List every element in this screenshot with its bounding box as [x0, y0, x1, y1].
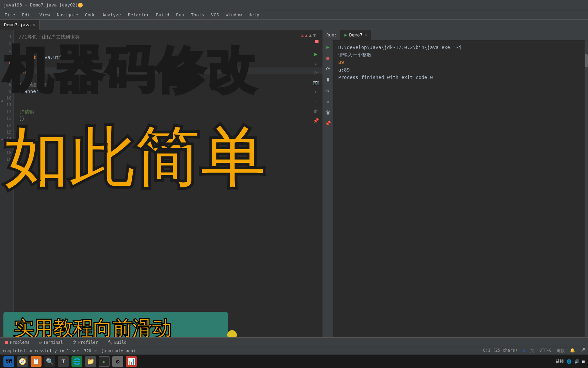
text-icon: T [62, 358, 65, 365]
run-toolbar: ▶ ■ ⟳ ⏸ ⚙ ↕ 🗑 📌 [323, 40, 333, 337]
code-line-11 [19, 102, 317, 108]
taskbar-app-maps[interactable]: 🗺 [3, 356, 14, 367]
tab-build[interactable]: 🔨 Build [103, 338, 131, 347]
run-settings-button[interactable]: ⚙ [324, 87, 332, 95]
taskbar-app-office[interactable]: 📁 [85, 356, 96, 367]
line-numbers: 1 2 3 4 5 6 7 8 9 10 11 12 13 14 15 16 1… [0, 30, 14, 337]
main-layout: ⚠ 2 ▲ ▼ 1 2 3 4 5 6 7 8 9 10 11 12 13 [0, 30, 588, 337]
menu-view[interactable]: View [37, 12, 53, 18]
menu-help[interactable]: Help [246, 12, 262, 18]
mic-icon[interactable]: 🎤 [580, 348, 585, 354]
code-line-13: () [19, 115, 317, 122]
taskbar-app-settings[interactable]: ⚙ [112, 356, 123, 367]
taskbar-app-ppt[interactable]: 📊 [126, 356, 137, 367]
gutter-icon-1[interactable]: ↕ [312, 60, 319, 67]
status-bar: completed successfully in 1 sec, 320 ms … [0, 347, 588, 354]
run-icon[interactable]: ▶ [312, 50, 319, 57]
run-content-area: ▶ ■ ⟳ ⏸ ⚙ ↕ 🗑 📌 D:\develop\Java\jdk-17.0… [323, 40, 588, 337]
orange-app-icon: 📋 [32, 358, 40, 365]
run-play-button[interactable]: ▶ [324, 43, 332, 51]
search-icon: 🔍 [46, 358, 53, 365]
ppt-icon: 📊 [128, 358, 135, 365]
run-clear-button[interactable]: 🗑 [324, 108, 332, 117]
minimize-button[interactable] [78, 3, 83, 7]
tab-demo7[interactable]: Demo7.java ✕ [0, 20, 39, 30]
menu-analyze[interactable]: Analyze [100, 12, 124, 18]
profiler-icon: ⏱ [72, 340, 77, 345]
run-tab-demo7[interactable]: ▶ Demo7 ✕ [340, 30, 371, 40]
run-scrollbar-thumb[interactable] [585, 54, 588, 67]
code-line-4: import java.util.Scanner; [19, 54, 317, 61]
build-icon: 🔨 [108, 340, 113, 345]
run-process-line: Process finished with exit code 0 [338, 74, 579, 81]
code-line-9: Scanner [19, 88, 317, 95]
taskbar-volume[interactable]: 🔊 [574, 359, 579, 364]
code-line-7 [19, 74, 317, 81]
code-line-14 [19, 122, 317, 129]
run-panel: Run: ▶ Demo7 ✕ ▶ ■ ⟳ ⏸ ⚙ ↕ 🗑 📌 D:\de [323, 30, 588, 337]
sougou-icon[interactable]: S [523, 348, 525, 354]
run-panel-header: Run: ▶ Demo7 ✕ [323, 30, 588, 40]
maps-icon: 🗺 [6, 358, 12, 365]
taskbar-app-search[interactable]: 🔍 [44, 356, 55, 367]
tab-problems-label: Problems [10, 340, 30, 345]
menu-refactor[interactable]: Refactor [125, 12, 152, 18]
run-label: Run: [326, 32, 337, 37]
tab-profiler[interactable]: ⏱ Profiler [68, 338, 103, 347]
tab-profiler-label: Profiler [78, 340, 98, 345]
run-suspend-button[interactable]: ⏸ [324, 76, 332, 84]
code-editor[interactable]: //1导包：让程序去找到该类 import java.util.Scanner;… [14, 30, 323, 337]
taskbar-app-browser[interactable]: 🌐 [71, 356, 82, 367]
taskbar-app-ide[interactable]: ▶ [99, 356, 110, 367]
taskbar-time: 链接 [556, 358, 564, 364]
terminal-icon: ▭ [39, 340, 42, 345]
run-scroll-button[interactable]: ↕ [324, 97, 332, 106]
menu-navigate[interactable]: Navigate [54, 12, 81, 18]
lang-indicator[interactable]: 英 [530, 348, 534, 354]
code-line-16 [19, 136, 317, 142]
tab-close-icon[interactable]: ✕ [33, 22, 35, 27]
collapse-icon-2[interactable]: ▲ [1, 137, 3, 141]
run-value-line: 89 [338, 59, 579, 66]
code-line-18 [19, 149, 317, 156]
taskbar-app-orange[interactable]: 📋 [31, 356, 42, 367]
collapse-icon-1[interactable]: ▲ [1, 98, 3, 103]
gutter-icon-5[interactable]: ↩ [312, 98, 319, 105]
taskbar-network[interactable]: 🌐 [567, 359, 572, 364]
menu-vcs[interactable]: VCS [208, 12, 222, 18]
run-stop-button[interactable]: ■ [324, 54, 332, 62]
menu-edit[interactable]: Edit [19, 12, 35, 18]
run-scrollbar[interactable] [585, 40, 588, 337]
gutter-icon-4[interactable]: ⬆ [312, 89, 319, 95]
run-rerun-button[interactable]: ⟳ [324, 65, 332, 73]
office-icon: 📁 [87, 358, 94, 365]
gutter-icon-2[interactable]: ⟳ [312, 70, 319, 76]
gutter-icon-6[interactable]: 🗑 [312, 108, 319, 114]
tab-problems[interactable]: Problems [0, 338, 34, 347]
menu-tools[interactable]: Tools [188, 12, 207, 18]
taskbar-app-nav[interactable]: 🧭 [17, 356, 28, 367]
run-tab-name: Demo7 [349, 32, 362, 37]
menu-file[interactable]: File [2, 12, 18, 18]
run-pin-button[interactable]: 📌 [324, 119, 332, 127]
notification-icon[interactable]: 🔔 [570, 348, 575, 354]
run-tab-close[interactable]: ✕ [364, 33, 367, 37]
run-output[interactable]: D:\develop\Java\jdk-17.0.2\bin\java.exe … [333, 40, 585, 337]
menu-window[interactable]: Window [223, 12, 245, 18]
collapse-icons: ▲ ▲ [1, 98, 3, 141]
gutter-icons: ▶ ↕ ⟳ 📷 ⬆ ↩ 🗑 📌 [312, 50, 319, 124]
tab-demo7-label: Demo7.java [4, 22, 31, 27]
gutter-icon-7[interactable]: 📌 [312, 117, 319, 124]
code-line-10 [19, 95, 317, 102]
tab-terminal[interactable]: ▭ Terminal [34, 338, 68, 347]
code-line-3 [19, 47, 317, 54]
menu-build[interactable]: Build [153, 12, 172, 18]
menu-code[interactable]: Code [82, 12, 98, 18]
menu-run[interactable]: Run [173, 12, 186, 18]
problems-error-icon [5, 341, 8, 344]
gutter-icon-3[interactable]: 📷 [312, 79, 319, 86]
taskbar-app-text[interactable]: T [58, 356, 69, 367]
link-indicator[interactable]: 链接 [557, 348, 565, 354]
windows-taskbar: 🗺 🧭 📋 🔍 T 🌐 📁 ▶ ⚙ 📊 链接 🌐 [0, 354, 588, 368]
code-line-1: //1导包：让程序去找到该类 [19, 33, 317, 40]
